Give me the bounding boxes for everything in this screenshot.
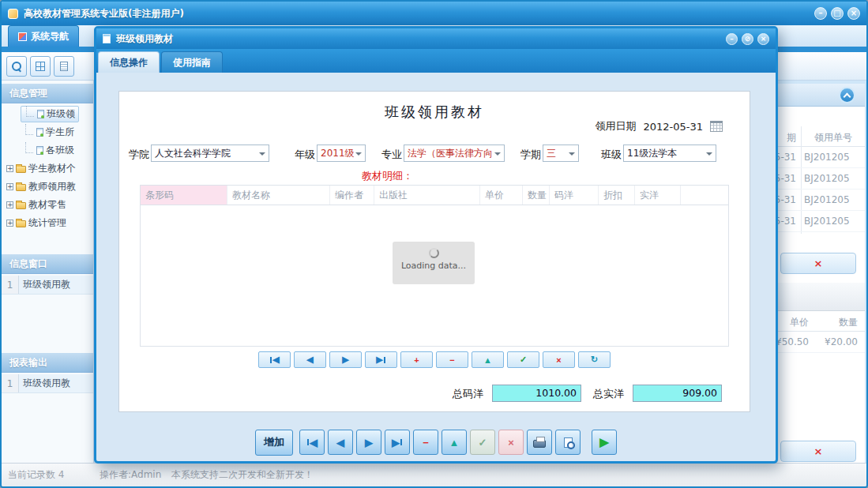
collapse-panel-button[interactable] [839, 87, 855, 103]
dialog-class-allocation: 班级领用教材 – ⊘ × 信息操作 使用指南 班级领用教材 领用日期 2012-… [94, 26, 778, 464]
last-record-button[interactable]: ▶ [385, 430, 410, 455]
prev-record-button[interactable]: ◀ [294, 351, 326, 368]
maximize-button[interactable]: □ [831, 7, 844, 20]
grade-select[interactable]: 2011级 [317, 145, 366, 162]
delete-record-button[interactable]: − [413, 430, 438, 455]
expander-icon[interactable] [6, 201, 13, 208]
tree-folder-retail[interactable]: 教材零售 [3, 197, 66, 213]
total-actual-price-field[interactable]: 909.00 [633, 385, 722, 402]
allocation-date-value[interactable]: 2012-05-31 [643, 121, 703, 133]
first-record-button[interactable]: ◀ [258, 351, 291, 368]
next-record-button[interactable]: ▶ [356, 430, 381, 455]
tree-item-class-allocation[interactable]: 班级领 [21, 106, 79, 122]
titlebar: 高校教材管理系统专业版(非注册用户) – □ × [2, 2, 866, 25]
tree-line [25, 124, 33, 135]
tree-folder-student-textbook[interactable]: 学生教材个 [3, 160, 76, 177]
tree-folder-label: 教师领用教 [28, 180, 76, 193]
total-list-price-field[interactable]: 1010.00 [492, 385, 581, 402]
edit-icon: ▲ [483, 355, 492, 365]
grid-header-list-price[interactable]: 码洋 [550, 186, 599, 205]
grid-header-discount[interactable]: 折扣 [599, 186, 635, 205]
preview-button[interactable] [555, 430, 581, 455]
next-record-button[interactable]: ▶ [329, 351, 362, 368]
calendar-icon[interactable] [710, 121, 723, 132]
term-select[interactable]: 三 [543, 145, 579, 162]
major-select[interactable]: 法学（医事法律方向 [404, 145, 505, 162]
last-icon: ▶ [376, 355, 382, 365]
tab-user-guide[interactable]: 使用指南 [161, 51, 223, 73]
sidebar: 信息管理 班级领 学生所 各班级 学生教材个 教师领用教 [2, 81, 94, 466]
grid-header-barcode[interactable]: 条形码 [141, 186, 227, 205]
tab-info-operations[interactable]: 信息操作 [98, 51, 160, 73]
folder-icon [16, 184, 26, 191]
document-tool-button[interactable] [54, 56, 74, 77]
grid-tool-button[interactable] [30, 56, 51, 77]
edit-record-button[interactable]: ▲ [442, 430, 467, 455]
total-actual-price-label: 总实洋 [593, 387, 624, 401]
class-select[interactable]: 11级法学本 [623, 145, 716, 162]
dialog-block-button[interactable]: ⊘ [742, 33, 753, 45]
post-row-button[interactable]: ✓ [507, 351, 539, 368]
tree-line [25, 142, 33, 153]
page-icon [36, 128, 43, 137]
post-record-button[interactable]: ✓ [470, 430, 495, 455]
college-value: 人文社会科学学院 [155, 148, 231, 159]
grid-header-unit-price[interactable]: 单价 [480, 186, 523, 205]
close-icon: × [814, 257, 823, 269]
app-title: 高校教材管理系统专业版(非注册用户) [24, 7, 184, 21]
grid-header-publisher[interactable]: 出版社 [374, 186, 480, 205]
close-button[interactable]: × [847, 7, 860, 20]
loading-text: Loading data... [393, 261, 475, 271]
expander-icon[interactable] [6, 220, 13, 227]
dialog-titlebar[interactable]: 班级领用教材 – ⊘ × [96, 28, 776, 49]
grid-header-author[interactable]: 编作者 [330, 186, 374, 205]
expander-icon[interactable] [6, 165, 13, 172]
cancel-record-button[interactable]: × [498, 430, 524, 455]
dialog-minimize-button[interactable]: – [726, 33, 738, 45]
add-button[interactable]: 增加 [255, 430, 293, 456]
minimize-icon: – [730, 36, 734, 43]
cell-quantity: ¥20.00 [812, 336, 858, 347]
class-label: 班级 [601, 148, 622, 162]
minimize-icon: – [819, 9, 823, 17]
close-panel-button[interactable]: × [780, 253, 856, 274]
report-output-row[interactable]: 1 班级领用教 [2, 374, 94, 393]
college-select[interactable]: 人文社会科学学院 [151, 145, 269, 162]
remove-icon: − [449, 355, 454, 365]
prev-record-button[interactable]: ◀ [328, 430, 353, 455]
delete-row-button[interactable]: − [436, 351, 468, 368]
section-info-management[interactable]: 信息管理 [2, 84, 94, 103]
close-panel-button[interactable]: × [780, 441, 856, 462]
grid-header-quantity[interactable]: 数量 [523, 186, 550, 205]
grid-header-name[interactable]: 教材名称 [227, 186, 330, 205]
column-header-order-no[interactable]: 领用单号 [802, 131, 864, 145]
cancel-row-button[interactable]: × [543, 351, 575, 368]
dialog-form-panel: 班级领用教材 领用日期 2012-05-31 学院 人文社会科学学院 年级 20… [118, 91, 750, 412]
section-report-output[interactable]: 报表输出 [2, 353, 94, 373]
run-button[interactable]: ▶ [592, 430, 617, 455]
insert-row-button[interactable]: + [400, 351, 433, 368]
tree-folder-statistics[interactable]: 统计管理 [3, 215, 66, 231]
column-header-quantity[interactable]: 数量 [812, 316, 858, 329]
refresh-button[interactable]: ↻ [578, 351, 611, 368]
tree-item-student[interactable]: 学生所 [21, 124, 74, 141]
minimize-button[interactable]: – [814, 7, 827, 20]
last-record-button[interactable]: ▶ [365, 351, 397, 368]
print-button[interactable] [527, 430, 552, 455]
row-label: 班级领用教 [19, 278, 70, 291]
expander-icon[interactable] [6, 183, 13, 190]
dialog-close-button[interactable]: × [757, 33, 769, 45]
status-operator: 操作者:Admin [100, 464, 161, 486]
add-button-label: 增加 [264, 435, 284, 449]
section-info-window[interactable]: 信息窗口 [2, 254, 94, 274]
tab-system-navigation[interactable]: 系统导航 [8, 25, 79, 47]
tree-item-each-class[interactable]: 各班级 [21, 142, 74, 159]
search-tool-button[interactable] [6, 56, 27, 77]
grid-header-actual-price[interactable]: 实洋 [635, 186, 681, 205]
edit-row-button[interactable]: ▲ [472, 351, 504, 368]
first-record-button[interactable]: ◀ [299, 430, 325, 455]
tree-folder-teacher-allocation[interactable]: 教师领用教 [3, 178, 76, 195]
tree-item-label: 各班级 [46, 144, 74, 157]
info-window-row[interactable]: 1 班级领用教 [2, 276, 94, 295]
row-index: 1 [2, 276, 19, 294]
